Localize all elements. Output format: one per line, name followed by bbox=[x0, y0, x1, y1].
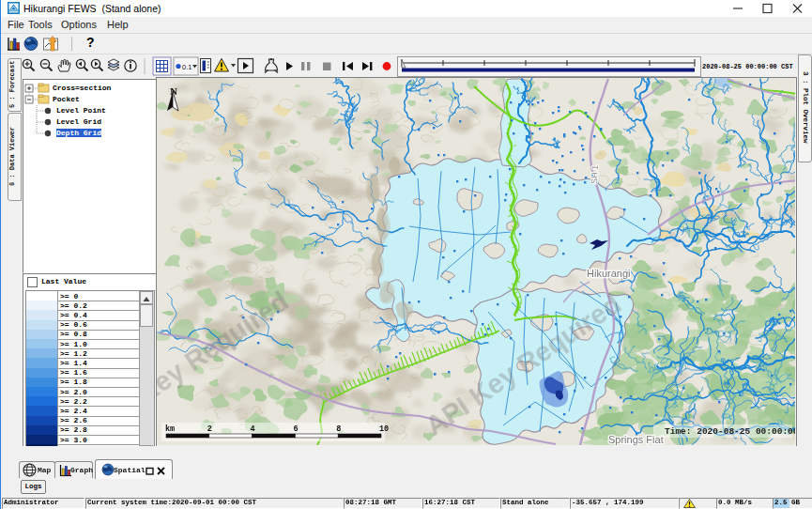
svg-text:Time: 2020-08-25 00:00:00 CST: Time: 2020-08-25 00:00:00 CST bbox=[665, 426, 795, 437]
svg-text:Hikurangi: Hikurangi bbox=[587, 268, 630, 279]
svg-text:8: 8 bbox=[336, 424, 341, 434]
svg-text:km: km bbox=[165, 424, 175, 434]
svg-text:0.1: 0.1 bbox=[182, 63, 192, 71]
svg-text:SH 1: SH 1 bbox=[590, 165, 600, 185]
svg-text:4: 4 bbox=[251, 424, 255, 434]
svg-text:6: 6 bbox=[293, 424, 298, 434]
svg-text:10: 10 bbox=[379, 424, 389, 434]
svg-text:2: 2 bbox=[207, 424, 212, 434]
